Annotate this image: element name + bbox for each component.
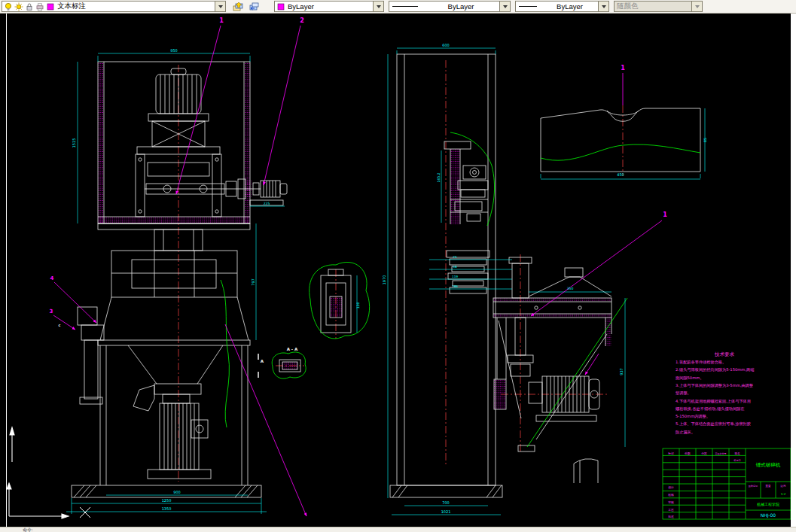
tech-requirement-line: 1.装配前各零件须检验合格。 [676,360,726,365]
tech-requirement-line: 面间隙50mm。 [676,375,703,381]
drawing-canvas[interactable]: 9501515797900125013502256001970700102116… [0,14,791,527]
color-control-value: ByLayer [285,2,373,11]
lineweight-combo-dropdown-button[interactable] [598,2,608,11]
dimension-text: 797 [251,278,255,286]
dimension-text: 350 [567,287,574,290]
dimension-text: 1250 [162,498,172,503]
dimension-text: 130 [356,302,360,309]
dimension-text: 900 [173,490,181,494]
layer-color-swatch [46,2,55,11]
side-view [390,54,502,497]
dimension-text: 937 [619,368,624,375]
dimension-text: 85 [703,138,707,142]
detail-view [541,108,700,172]
ucs-icon [7,427,69,518]
title-block-text: 1:2 [781,492,786,496]
linetype-combo-dropdown-button[interactable] [499,2,510,11]
title-block-text: 重量 [766,484,771,488]
callout-label: A - A [287,347,298,351]
dimension-text: 700 [442,500,450,505]
linetype-control-value: ByLayer [420,2,499,11]
title-block-text: 年月日 [733,459,741,462]
hatch-bands [99,62,612,409]
command-prompt-text: 命令: [23,527,33,532]
technical-requirements: 技术要求1.装配前各零件须检验合格。2.锤头与筛板间的径向间隙为5-150mm,… [676,351,754,435]
bulb-icon[interactable] [4,2,13,11]
chevron-down-icon [377,5,381,8]
crosshair-cursor[interactable] [80,507,90,518]
chevron-down-icon [602,5,606,8]
dimension-text: 25 [453,255,457,259]
lock-icon[interactable] [25,2,34,11]
tech-requirement-line: 螺栓联接,各处不得松动,锤头摆动间隙在 [676,406,745,412]
callout-label: 1 [663,211,667,218]
callout-label: 1 [219,17,224,24]
title-block-text: 机械工程学院 [757,502,779,507]
dimension-text: 119 [452,275,458,278]
dimension-text: 950 [170,48,178,53]
layer-previous-button[interactable] [247,1,261,13]
title-block-text: 审核 [668,500,674,504]
top-toolbar: 文本标注 ByLayer ByLayer ByLayer 随颜色 [0,0,796,14]
title-block [663,448,791,519]
section-detail [279,269,351,372]
callout-label: 2 [300,17,304,24]
color-control-combo[interactable]: ByLayer [274,1,384,12]
plotstyle-control-combo: 随颜色 [614,1,703,12]
linetype-sample-icon [392,6,418,7]
dimension-text: 1970 [382,275,386,285]
title-block-text: 锤式破碎机 [755,462,781,468]
color-swatch [276,2,285,11]
color-combo-dropdown-button[interactable] [373,2,383,11]
plotstyle-control-value: 随颜色 [615,2,691,11]
tech-requirement-line: 3.上体与下体间的间隙调整为3-5mm,由调整 [676,383,753,388]
command-line-strip[interactable]: 命令: [0,527,796,532]
sun-icon[interactable] [14,2,23,11]
layers-icon [233,2,244,12]
dimension-text: 1350 [162,506,172,511]
dimension-text: 58 [453,265,457,269]
plotstyle-combo-dropdown-button [691,2,702,11]
dimension-text: 450 [617,172,624,177]
printer-icon[interactable] [35,2,44,11]
title-block-text: 阶段标记 [749,485,758,488]
callout-labels: 121143A - AAc [50,17,668,363]
title-block-text: 批准 [668,515,674,518]
tech-requirement-line: 5.上体、下体结合面处应密封可靠,涂密封胶 [676,421,751,427]
drawing-area[interactable]: 9501515797900125013502256001970700102116… [0,14,791,527]
callout-label: 1 [621,65,625,71]
callout-label: c [59,323,61,327]
dimension-text: 165.2 [437,172,441,182]
dimension-text: 1021 [441,509,451,514]
dimension-text: 225 [264,202,270,205]
tech-requirement-line: 2.锤头与筛板间的径向间隙为5-150mm,两端 [676,367,754,372]
leader-lines [53,26,662,516]
chevron-down-icon [695,5,700,8]
dimension-text: 1515 [72,138,76,148]
chevron-down-icon [218,5,223,8]
tech-requirement-line: 垫调整。 [676,391,691,396]
title-block-text: 签名 [734,451,740,455]
tech-requirement-line: 5-150mm内调整。 [676,414,710,419]
lineweight-control-combo[interactable]: ByLayer [515,1,609,12]
callout-label: 4 [50,275,54,281]
title-block-text: NHJ-00 [761,512,776,518]
linetype-control-combo[interactable]: ByLayer [389,1,511,12]
revision-clouds [221,132,700,447]
title-block-text: 标记 [667,451,674,455]
tech-requirement-line: 技术要求 [714,351,735,357]
title-block-text: 处数 [685,451,691,455]
lineweight-control-value: ByLayer [539,2,598,11]
lineweight-sample-icon [519,6,537,7]
layer-control-combo[interactable]: 文本标注 [2,1,226,12]
layer-combo-dropdown-button[interactable] [215,2,225,11]
title-block-text: 分区 [701,451,707,455]
chevron-down-icon [503,5,508,8]
title-block-text: 工艺 [668,508,674,512]
title-block-text: 校核 [667,493,674,497]
dimension-text: 600 [442,43,450,47]
tech-requirement-line: 防止漏灰。 [676,430,695,435]
make-object-layer-current-button[interactable] [231,1,246,13]
right-view [493,257,611,483]
current-layer-name: 文本标注 [55,2,215,11]
